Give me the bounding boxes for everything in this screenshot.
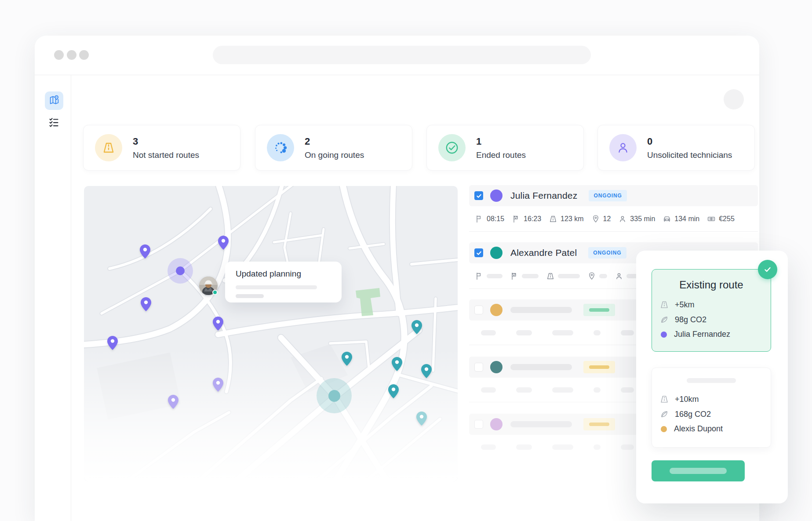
stat-value: 3 — [133, 136, 199, 147]
window-control-dot[interactable] — [79, 50, 89, 60]
map-pin-light-purple[interactable] — [168, 395, 178, 409]
skeleton-pill — [481, 444, 496, 450]
stat-card-unsolicited: 0 Unsolicited technicians — [597, 125, 755, 171]
skeleton-pill — [621, 444, 634, 450]
dashboard-screenshot: 3 Not started routes 2 On going routes — [0, 0, 812, 521]
map-pin-teal[interactable] — [421, 364, 432, 378]
row-checkbox[interactable] — [474, 306, 483, 314]
sidebar-item-map[interactable] — [45, 91, 63, 110]
skeleton-pill — [552, 387, 573, 393]
stat-label: Not started routes — [133, 150, 199, 160]
road-icon — [95, 134, 122, 161]
stat-card-ended: 1 Ended routes — [426, 125, 584, 171]
route-dot-purple[interactable] — [176, 266, 185, 275]
skeleton-pill — [487, 274, 502, 278]
skeleton-pill — [516, 387, 532, 393]
sidebar-item-routes-list[interactable] — [48, 117, 60, 129]
status-badge-skeleton — [583, 418, 615, 430]
status-badge: ONGOING — [588, 247, 626, 259]
checklist-icon — [48, 117, 60, 130]
drive-time: 134 min — [674, 215, 699, 223]
map-pin-light-purple[interactable] — [213, 378, 223, 392]
map-pin-purple[interactable] — [140, 244, 150, 259]
leaf-icon — [659, 409, 669, 419]
window-control-dot[interactable] — [67, 50, 76, 60]
technician-name: Alexandre Patel — [510, 248, 577, 258]
stat-card-not-started: 3 Not started routes — [83, 125, 240, 171]
co2-value: 168g CO2 — [675, 410, 711, 419]
skeleton-pill — [621, 330, 634, 335]
leaf-icon — [659, 315, 669, 324]
route-stats-row: 08:15 16:23 123 km 12 335 min 134 min €2… — [469, 206, 758, 232]
profile-avatar[interactable] — [724, 89, 744, 109]
technician-icon — [618, 215, 627, 223]
confirm-button[interactable] — [652, 460, 745, 481]
start-time: 08:15 — [487, 215, 504, 223]
map-pin-light-teal[interactable] — [416, 412, 427, 426]
stat-value: 1 — [476, 136, 526, 147]
route-cost: €255 — [719, 215, 735, 223]
skeleton-pill — [594, 387, 601, 393]
start-flag-icon — [475, 272, 484, 281]
skeleton-pill — [552, 330, 573, 335]
technician-color-dot — [661, 426, 667, 432]
technician-row[interactable]: Julia Fernandez ONGOING — [469, 185, 758, 206]
stat-card-ongoing: 2 On going routes — [255, 125, 412, 171]
window-control-dot[interactable] — [54, 50, 64, 60]
cost-icon — [707, 215, 716, 223]
avatar — [490, 247, 502, 259]
row-checkbox[interactable] — [474, 420, 483, 429]
map-pin-purple[interactable] — [107, 336, 118, 350]
route-comparison-panel: Existing route +5km 98g CO2 Julia Fernan… — [636, 251, 788, 503]
row-checkbox[interactable] — [474, 248, 483, 257]
selected-check-icon — [758, 260, 777, 279]
skeleton-button-label — [670, 468, 727, 474]
map-pin-teal[interactable] — [342, 352, 352, 366]
row-checkbox[interactable] — [474, 363, 483, 372]
technician-icon — [609, 134, 637, 161]
avatar — [490, 304, 502, 316]
map-roads — [84, 186, 458, 481]
existing-route-option[interactable]: Existing route +5km 98g CO2 Julia Fernan… — [652, 269, 771, 352]
tooltip-title: Updated planning — [236, 269, 331, 279]
skeleton-name — [510, 307, 572, 313]
technician-icon — [615, 272, 623, 281]
map-canvas[interactable]: Updated planning — [84, 186, 458, 481]
map-pin-purple[interactable] — [213, 317, 223, 331]
stat-label: On going routes — [305, 150, 364, 160]
avatar — [490, 361, 502, 373]
added-distance: +10km — [675, 395, 699, 404]
address-bar[interactable] — [213, 46, 591, 64]
map-pin-teal[interactable] — [388, 384, 399, 398]
skeleton-pill — [516, 444, 532, 450]
avatar — [490, 189, 502, 202]
technician-color-dot — [661, 332, 667, 338]
road-icon — [659, 394, 669, 404]
road-icon — [549, 215, 557, 223]
skeleton-pill — [558, 274, 580, 278]
stat-label: Ended routes — [476, 150, 526, 160]
status-badge: ONGOING — [589, 190, 626, 201]
skeleton-name — [510, 421, 572, 427]
check-circle-icon — [438, 134, 466, 161]
skeleton-name — [510, 364, 572, 370]
car-icon — [663, 215, 671, 223]
map-pin-purple[interactable] — [141, 297, 151, 311]
map-tooltip: Updated planning — [225, 262, 342, 302]
skeleton-line — [236, 294, 264, 298]
start-flag-icon — [475, 215, 484, 223]
skeleton-pill — [552, 444, 573, 450]
map-pin-teal[interactable] — [411, 320, 422, 334]
finish-flag-icon — [512, 215, 521, 223]
status-badge-skeleton — [583, 304, 615, 316]
technician-name: Julia Fernandez — [674, 330, 730, 339]
map-icon — [49, 95, 60, 107]
route-dot-teal[interactable] — [328, 390, 340, 402]
skeleton-pill — [599, 274, 607, 278]
skeleton-pill — [522, 274, 539, 278]
map-pin-teal[interactable] — [392, 357, 402, 371]
skeleton-pill — [516, 330, 532, 335]
row-checkbox[interactable] — [474, 191, 483, 200]
proposed-route-option[interactable]: +10km 168g CO2 Alexis Dupont — [652, 368, 771, 448]
map-pin-purple[interactable] — [218, 236, 229, 250]
